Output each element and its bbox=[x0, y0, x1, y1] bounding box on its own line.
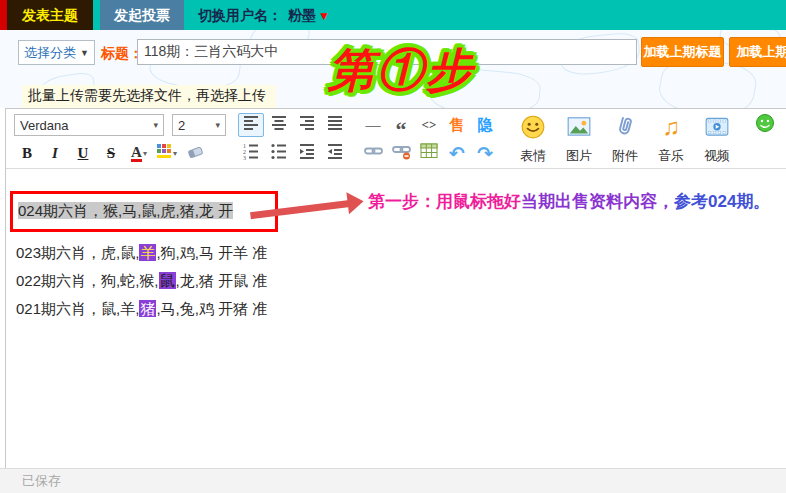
underline-button[interactable]: U bbox=[70, 141, 96, 165]
music-label: 音乐 bbox=[658, 147, 684, 165]
top-bar: 发表主题 发起投票 切换用户名：粉墨▼ bbox=[0, 0, 786, 30]
ordered-list-icon: 123 bbox=[242, 142, 260, 164]
load-previous-content-button[interactable]: 加载上期内 bbox=[729, 37, 786, 67]
font-color-icon: A bbox=[131, 145, 142, 162]
indent-button[interactable] bbox=[294, 141, 320, 165]
eraser-icon bbox=[186, 142, 204, 164]
undo-button[interactable]: ↶ bbox=[444, 141, 470, 165]
blockquote-button[interactable]: “ bbox=[388, 113, 414, 137]
align-right-button[interactable] bbox=[294, 113, 320, 137]
current-username[interactable]: 粉墨 bbox=[288, 7, 316, 23]
insert-video-button[interactable]: 视频 bbox=[696, 112, 738, 166]
strikethrough-button[interactable]: S bbox=[98, 141, 124, 165]
ordered-list-button[interactable]: 123 bbox=[238, 141, 264, 165]
chevron-down-icon: ▾ bbox=[143, 149, 147, 158]
content-lines: 024期六肖，猴,马,鼠,虎,猪,龙 开 023期六肖，虎,鼠,羊,狗,鸡,马 … bbox=[16, 191, 278, 323]
code-button[interactable]: <> bbox=[416, 113, 442, 137]
align-right-icon bbox=[298, 114, 316, 136]
content-line-021: 021期六肖，鼠,羊,猪,马,兔,鸡 开猪 准 bbox=[16, 295, 278, 323]
sell-icon: 售 bbox=[450, 116, 465, 135]
batch-upload-hint: 批量上传需要先选择文件，再选择上传 bbox=[22, 85, 276, 108]
tab-start-vote[interactable]: 发起投票 bbox=[100, 0, 184, 30]
category-select[interactable]: 选择分类 ▼ bbox=[18, 40, 95, 65]
font-size-value: 2 bbox=[178, 118, 185, 133]
image-icon bbox=[566, 114, 592, 144]
highlight-color-button[interactable]: ▾ bbox=[154, 141, 180, 165]
unordered-list-icon bbox=[270, 142, 288, 164]
svg-text:3: 3 bbox=[243, 155, 246, 160]
selected-text[interactable]: 024期六肖，猴,马,鼠,虎,猪,龙 开 bbox=[18, 202, 233, 219]
step-1-badge: 第①步 bbox=[328, 40, 475, 102]
marked-zodiac: 猪 bbox=[139, 300, 156, 317]
red-highlight-box: 024期六肖，猴,马,鼠,虎,猪,龙 开 bbox=[10, 191, 278, 232]
horizontal-rule-button[interactable]: — bbox=[360, 113, 386, 137]
toolbar-insert-group: — “ <> 售 隐 ↶ ↷ bbox=[360, 112, 498, 166]
line-text: ,龙,猪 开鼠 准 bbox=[176, 272, 268, 289]
font-size-select[interactable]: 2 ▾ bbox=[172, 114, 226, 136]
green-emoticon-button[interactable] bbox=[752, 113, 778, 137]
toolbar-paragraph-group: 123 bbox=[238, 112, 348, 166]
italic-button[interactable]: I bbox=[42, 141, 68, 165]
switch-username: 切换用户名：粉墨▼ bbox=[198, 0, 330, 30]
redo-button[interactable]: ↷ bbox=[472, 141, 498, 165]
marked-zodiac: 鼠 bbox=[159, 272, 176, 289]
attachment-label: 附件 bbox=[612, 147, 638, 165]
line-text: 023期六肖，虎,鼠, bbox=[16, 244, 139, 261]
line-text: ,狗,鸡,马 开羊 准 bbox=[156, 244, 267, 261]
unordered-list-button[interactable] bbox=[266, 141, 292, 165]
annotation-text: 参考024期。 bbox=[674, 192, 770, 211]
horizontal-rule-icon: — bbox=[366, 117, 381, 134]
align-left-button[interactable] bbox=[238, 113, 264, 137]
font-color-button[interactable]: A ▾ bbox=[126, 141, 152, 165]
align-justify-icon bbox=[326, 114, 344, 136]
insert-table-button[interactable] bbox=[416, 141, 442, 165]
red-accent-strip bbox=[0, 0, 7, 30]
hidden-content-button[interactable]: 隐 bbox=[472, 113, 498, 137]
line-text: 022期六肖，狗,蛇,猴, bbox=[16, 272, 159, 289]
align-center-button[interactable] bbox=[266, 113, 292, 137]
insert-attachment-button[interactable]: 附件 bbox=[604, 112, 646, 166]
rich-text-editor: Verdana ▾ 2 ▾ B I U S A ▾ bbox=[5, 108, 786, 468]
content-line-024: 024期六肖，猴,马,鼠,虎,猪,龙 开 bbox=[16, 191, 278, 232]
emoticon-label: 表情 bbox=[520, 147, 546, 165]
font-family-value: Verdana bbox=[20, 118, 68, 133]
outdent-icon bbox=[326, 142, 344, 164]
video-label: 视频 bbox=[704, 147, 730, 165]
bold-button[interactable]: B bbox=[14, 141, 40, 165]
line-text: 021期六肖，鼠,羊, bbox=[16, 300, 139, 317]
unlink-icon bbox=[392, 142, 411, 164]
insert-emoticon-button[interactable]: 表情 bbox=[512, 112, 554, 166]
remove-link-button[interactable] bbox=[388, 141, 414, 165]
switch-username-label: 切换用户名： bbox=[198, 7, 282, 23]
tab-publish-topic[interactable]: 发表主题 bbox=[7, 0, 93, 30]
table-icon bbox=[420, 142, 438, 164]
toolbar-font-group: Verdana ▾ 2 ▾ B I U S A ▾ bbox=[14, 112, 226, 166]
annotation-text: 第一步：用鼠标拖好 bbox=[368, 192, 521, 211]
undo-icon: ↶ bbox=[449, 142, 465, 164]
tab-gap bbox=[93, 0, 100, 30]
insert-music-button[interactable]: ♫ 音乐 bbox=[650, 112, 692, 166]
align-left-icon bbox=[242, 114, 260, 136]
redo-icon: ↷ bbox=[477, 142, 493, 164]
green-smiley-icon bbox=[755, 113, 775, 137]
saved-status-text: 已保存 bbox=[22, 473, 61, 488]
editor-status-bar: 已保存 bbox=[0, 468, 786, 493]
insert-link-button[interactable] bbox=[360, 141, 386, 165]
bold-icon: B bbox=[22, 145, 32, 162]
chevron-down-icon: ▾ bbox=[215, 120, 220, 130]
sell-content-button[interactable]: 售 bbox=[444, 113, 470, 137]
music-note-icon: ♫ bbox=[662, 114, 680, 140]
insert-image-button[interactable]: 图片 bbox=[558, 112, 600, 166]
outdent-button[interactable] bbox=[322, 141, 348, 165]
chevron-down-icon: ▼ bbox=[80, 48, 89, 58]
annotation-text: 当期出售资料内容， bbox=[521, 192, 674, 211]
step-annotation: 第一步：用鼠标拖好当期出售资料内容，参考024期。 bbox=[368, 190, 770, 213]
category-select-label: 选择分类 bbox=[24, 44, 76, 62]
editor-content-area[interactable]: 024期六肖，猴,马,鼠,虎,猪,龙 开 023期六肖，虎,鼠,羊,狗,鸡,马 … bbox=[6, 169, 786, 468]
remove-format-button[interactable] bbox=[182, 141, 208, 165]
align-justify-button[interactable] bbox=[322, 113, 348, 137]
username-dropdown-caret-icon[interactable]: ▼ bbox=[318, 9, 330, 23]
font-family-select[interactable]: Verdana ▾ bbox=[14, 114, 164, 136]
load-previous-title-button[interactable]: 加载上期标题 bbox=[641, 37, 724, 67]
image-label: 图片 bbox=[566, 147, 592, 165]
